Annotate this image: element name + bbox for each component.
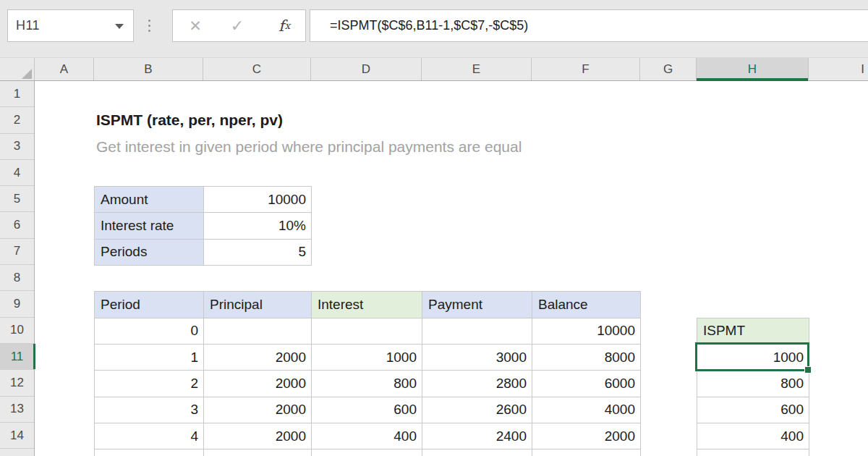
enter-icon[interactable]: ✓	[222, 10, 252, 41]
selected-row-bar	[33, 344, 35, 369]
schedule-cell[interactable]: 400	[312, 423, 422, 449]
row-header-6[interactable]: 6	[0, 212, 34, 238]
row-header-8[interactable]: 8	[0, 265, 34, 291]
column-header-cell[interactable]: Interest	[312, 292, 422, 318]
schedule-cell[interactable]: 5	[95, 449, 204, 456]
formula-bar[interactable]: =ISPMT($C$6,B11-1,$C$7,-$C$5)	[310, 9, 868, 42]
schedule-cell[interactable]: 200	[312, 449, 422, 456]
schedule-cell[interactable]: 2000	[204, 397, 312, 423]
ispmt-row: 400	[697, 423, 809, 449]
column-header-cell[interactable]: Period	[95, 292, 204, 318]
cancel-icon[interactable]: ✕	[180, 10, 210, 41]
column-header-B[interactable]: B	[94, 58, 203, 80]
formula-toolbar: H11 ✕ ✓ fx =ISPMT($C$6,B11-1,$C$7,-$C$5)	[0, 0, 868, 58]
schedule-cell[interactable]: 2400	[422, 423, 532, 449]
ispmt-cell[interactable]: 800	[697, 371, 809, 397]
cell-param-value[interactable]: 10%	[204, 213, 312, 239]
schedule-cell[interactable]: 3000	[422, 345, 532, 371]
schedule-cell[interactable]: 2000	[204, 345, 312, 371]
column-header-A[interactable]: A	[35, 58, 94, 80]
params-table: Amount10000Interest rate10%Periods5	[94, 186, 312, 266]
row-header-4[interactable]: 4	[0, 160, 34, 186]
schedule-cell[interactable]: 2000	[204, 371, 312, 397]
column-header-D[interactable]: D	[311, 58, 422, 80]
cell-param-label[interactable]: Amount	[95, 187, 204, 213]
column-header-H[interactable]: H	[697, 58, 809, 80]
schedule-cell[interactable]: 2600	[422, 397, 532, 423]
schedule-cell[interactable]: 0	[532, 449, 641, 456]
schedule-cell[interactable]: 1	[95, 345, 204, 371]
selected-cell-outline[interactable]	[695, 342, 809, 371]
cell-param-label[interactable]: Periods	[95, 240, 204, 266]
column-header-cell[interactable]: Balance	[532, 292, 641, 318]
name-box[interactable]: H11	[7, 9, 134, 42]
schedule-cell[interactable]: 2200	[422, 449, 532, 456]
schedule-row: 4200040024002000	[95, 423, 641, 449]
row-header-11[interactable]: 11	[0, 344, 34, 370]
sheet-title: ISPMT (rate, per, nper, pv)	[96, 107, 283, 133]
row-header-15[interactable]: 15	[0, 449, 34, 456]
insert-function-icon[interactable]: fx	[268, 10, 300, 41]
column-header-I[interactable]: I	[809, 58, 868, 80]
schedule-cell[interactable]	[422, 318, 532, 345]
ispmt-header-row: ISPMT	[697, 318, 809, 345]
schedule-cell[interactable]	[312, 318, 422, 345]
column-header-G[interactable]: G	[640, 58, 697, 80]
row-header-13[interactable]: 13	[0, 397, 34, 423]
schedule-cell[interactable]: 600	[312, 397, 422, 423]
ispmt-cell[interactable]: 600	[697, 397, 809, 423]
spreadsheet-app: H11 ✕ ✓ fx =ISPMT($C$6,B11-1,$C$7,-$C$5)…	[0, 0, 868, 456]
schedule-cell[interactable]: 2800	[422, 371, 532, 397]
column-header-E[interactable]: E	[422, 58, 532, 80]
params-row: Interest rate10%	[95, 213, 312, 239]
name-box-dropdown-icon[interactable]	[115, 24, 124, 29]
schedule-cell[interactable]: 4000	[532, 397, 641, 423]
row-header-10[interactable]: 10	[0, 318, 34, 344]
schedule-cell[interactable]: 8000	[532, 345, 641, 371]
schedule-row: 5200020022000	[95, 449, 641, 456]
row-header-14[interactable]: 14	[0, 423, 34, 449]
schedule-table: PeriodPrincipalInterestPaymentBalance010…	[94, 291, 641, 456]
row-header-2[interactable]: 2	[0, 107, 34, 133]
fill-handle[interactable]	[804, 366, 812, 373]
row-header-column: 123456789101112131415	[0, 81, 35, 456]
column-header-cell[interactable]: Principal	[204, 292, 312, 318]
schedule-cell[interactable]: 2000	[532, 423, 641, 449]
schedule-cell[interactable]: 6000	[532, 371, 641, 397]
schedule-cell[interactable]: 800	[312, 371, 422, 397]
schedule-row: 12000100030008000	[95, 345, 641, 371]
fx-glyph-f: f	[278, 17, 284, 35]
schedule-cell[interactable]: 0	[95, 318, 204, 345]
column-header-cell[interactable]: Payment	[422, 292, 532, 318]
ispmt-cell[interactable]: 400	[697, 423, 809, 449]
schedule-cell[interactable]: 2000	[204, 423, 312, 449]
cell-param-value[interactable]: 10000	[204, 187, 312, 213]
cell-param-value[interactable]: 5	[204, 240, 312, 266]
schedule-cell[interactable]	[204, 318, 312, 345]
ispmt-header-cell[interactable]: ISPMT	[697, 318, 809, 345]
row-header-9[interactable]: 9	[0, 291, 34, 317]
select-all-triangle-icon	[22, 69, 32, 79]
schedule-cell[interactable]: 10000	[532, 318, 641, 345]
schedule-cell[interactable]: 2000	[204, 449, 312, 456]
row-header-12[interactable]: 12	[0, 370, 34, 396]
row-header-3[interactable]: 3	[0, 134, 34, 160]
schedule-cell[interactable]: 2	[95, 371, 204, 397]
selected-column-underline	[697, 78, 808, 81]
cell-param-label[interactable]: Interest rate	[95, 213, 204, 239]
ispmt-cell[interactable]: 200	[697, 449, 809, 456]
select-all-corner[interactable]	[0, 58, 35, 80]
row-header-1[interactable]: 1	[0, 81, 34, 107]
row-header-5[interactable]: 5	[0, 186, 34, 212]
column-header-C[interactable]: C	[203, 58, 311, 80]
schedule-row: 010000	[95, 318, 641, 345]
row-header-7[interactable]: 7	[0, 239, 34, 265]
schedule-cell[interactable]: 4	[95, 423, 204, 449]
schedule-cell[interactable]: 3	[95, 397, 204, 423]
schedule-header-row: PeriodPrincipalInterestPaymentBalance	[95, 292, 641, 318]
formula-buttons-group: ✕ ✓ fx	[172, 9, 306, 42]
schedule-cell[interactable]: 1000	[312, 345, 422, 371]
column-header-F[interactable]: F	[532, 58, 640, 80]
ispmt-row: 600	[697, 397, 809, 423]
params-row: Periods5	[95, 240, 312, 266]
